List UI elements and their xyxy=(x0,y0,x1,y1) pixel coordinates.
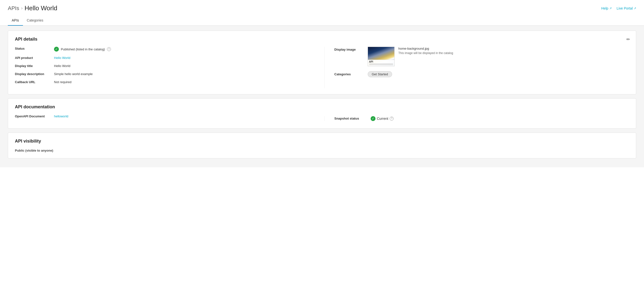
snapshot-check-icon: ✓ xyxy=(370,116,376,121)
image-api-label: API xyxy=(369,60,393,63)
live-portal-link[interactable]: Live Portal ↗ xyxy=(617,6,636,10)
display-desc-label: Display description xyxy=(15,72,54,76)
snapshot-question-icon[interactable]: ? xyxy=(390,117,394,121)
doc-left: OpenAPI Document helloworld xyxy=(15,114,310,123)
image-line-1 xyxy=(369,64,393,64)
image-filename: home-background.jpg xyxy=(398,47,629,50)
image-desc: This image will be displayed in the cata… xyxy=(398,51,629,55)
breadcrumb-apis[interactable]: APIs xyxy=(8,5,19,12)
category-badge[interactable]: Get Started xyxy=(368,71,392,77)
callback-url-row: Callback URL Not required xyxy=(15,80,310,84)
openapi-value[interactable]: helloworld xyxy=(54,114,310,118)
snapshot-label: Snapshot status xyxy=(334,117,369,120)
doc-grid: OpenAPI Document helloworld Snapshot sta… xyxy=(15,114,629,123)
openapi-label: OpenAPI Document xyxy=(15,114,54,118)
details-left: Status ✓ Published (listed in the catalo… xyxy=(15,47,310,88)
breadcrumb: APIs › Hello World xyxy=(8,5,57,12)
api-product-label: API product xyxy=(15,56,54,60)
top-header: APIs › Hello World Help ↗ Live Portal ↗ xyxy=(0,0,644,15)
display-title-value: Hello World xyxy=(54,64,310,68)
api-documentation-card: API documentation OpenAPI Document hello… xyxy=(8,98,636,129)
categories-label: Categories xyxy=(334,72,364,76)
snapshot-value: Current xyxy=(377,117,388,121)
visibility-value: Public (visible to anyone) xyxy=(15,149,629,152)
details-grid: Status ✓ Published (listed in the catalo… xyxy=(15,47,629,88)
api-details-title: API details xyxy=(15,37,629,42)
snapshot-section: Snapshot status ✓ Current ? xyxy=(334,116,629,121)
status-value: ✓ Published (listed in the catalog) ? xyxy=(54,47,310,52)
display-title-label: Display title xyxy=(15,64,54,68)
status-row: Status ✓ Published (listed in the catalo… xyxy=(15,47,310,52)
display-desc-value: Simple hello world example xyxy=(54,72,310,76)
display-desc-row: Display description Simple hello world e… xyxy=(15,72,310,76)
external-link-icon: ↗ xyxy=(609,7,612,10)
image-line-2 xyxy=(369,65,393,65)
question-icon[interactable]: ? xyxy=(107,47,111,51)
image-info: home-background.jpg This image will be d… xyxy=(398,47,629,55)
api-documentation-title: API documentation xyxy=(15,104,629,110)
api-product-row: API product Hello World xyxy=(15,56,310,60)
categories-row: Categories Get Started xyxy=(334,71,629,77)
display-image-section: Display image API xyxy=(334,47,629,66)
api-visibility-title: API visibility xyxy=(15,139,629,144)
api-product-value[interactable]: Hello World xyxy=(54,56,310,60)
external-link-icon-2: ↗ xyxy=(634,7,636,10)
image-preview-wrapper: API xyxy=(368,47,394,66)
callback-url-label: Callback URL xyxy=(15,80,54,84)
openapi-row: OpenAPI Document helloworld xyxy=(15,114,310,118)
tabs-bar: APIs Categories xyxy=(0,16,644,26)
api-visibility-card: API visibility Public (visible to anyone… xyxy=(8,133,636,158)
top-links: Help ↗ Live Portal ↗ xyxy=(601,6,636,10)
status-label: Status xyxy=(15,47,54,50)
api-details-card: ✏ API details Status ✓ Published (listed… xyxy=(8,31,636,94)
callback-url-value: Not required xyxy=(54,80,310,84)
edit-button[interactable]: ✏ xyxy=(626,36,631,43)
breadcrumb-current: Hello World xyxy=(24,5,57,12)
tab-apis[interactable]: APIs xyxy=(8,16,23,26)
snapshot-status: ✓ Current ? xyxy=(370,116,394,121)
display-image-label: Display image xyxy=(334,47,364,51)
details-right: Display image API xyxy=(324,47,629,88)
breadcrumb-chevron: › xyxy=(21,6,22,11)
main-content: ✏ API details Status ✓ Published (listed… xyxy=(0,26,644,167)
check-icon: ✓ xyxy=(54,47,59,52)
rocket-image: API xyxy=(368,47,394,66)
display-title-row: Display title Hello World xyxy=(15,64,310,68)
tab-categories[interactable]: Categories xyxy=(23,16,48,26)
doc-right: Snapshot status ✓ Current ? xyxy=(324,116,629,121)
help-link[interactable]: Help ↗ xyxy=(601,6,612,10)
